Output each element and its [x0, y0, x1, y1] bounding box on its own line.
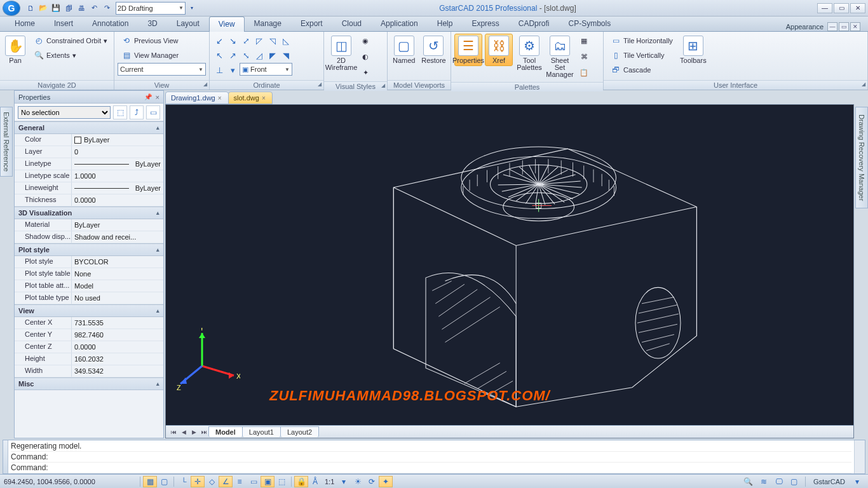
doc-tab-close-icon[interactable]: ×	[218, 95, 222, 102]
ord-icon[interactable]: ◹	[266, 34, 279, 48]
props-row[interactable]: ColorByLayer	[15, 134, 163, 146]
previous-view-button[interactable]: ⟲Previous View	[118, 34, 206, 48]
doc-tab-slot[interactable]: slot.dwg×	[228, 92, 273, 104]
toolbars-button[interactable]: ⊞Toolbars	[679, 34, 707, 66]
props-row[interactable]: LinetypeByLayer	[15, 158, 163, 170]
new-icon[interactable]: 🗋	[25, 3, 36, 14]
tab-manage[interactable]: Manage	[245, 16, 291, 31]
cmd-input-line[interactable]: Command:	[11, 463, 851, 473]
qat-more-icon[interactable]: ▾	[186, 3, 198, 14]
layout-tab-model[interactable]: Model	[208, 426, 243, 437]
drawing-area[interactable]: X Y Z ZULFIMUHAMMAD98.BLOGSPOT.COM/ ⏮ ◀ …	[165, 104, 854, 438]
2d-wireframe-button[interactable]: ◫2D Wireframe	[327, 34, 355, 73]
xref-palette-button[interactable]: ⛓Xref	[485, 34, 513, 66]
dyn-toggle[interactable]: ▭	[247, 476, 261, 487]
pin-icon[interactable]: 📌	[144, 93, 152, 100]
save-icon[interactable]: 💾	[50, 3, 62, 14]
polar-toggle[interactable]: ✛	[191, 476, 205, 487]
annoscale-lock-icon[interactable]: 🔒	[294, 476, 308, 487]
palette-icon-3[interactable]: 📋	[576, 65, 592, 79]
open-icon[interactable]: 📂	[37, 3, 49, 14]
annoscale-icon[interactable]: Å	[308, 476, 322, 487]
props-row[interactable]: Linetype scale1.0000	[15, 170, 163, 182]
ord-icon[interactable]: ↘	[226, 34, 239, 48]
named-viewport-button[interactable]: ▢Named	[391, 34, 417, 66]
magnifier-icon[interactable]: 🔍	[742, 476, 756, 487]
constrained-orbit-button[interactable]: ◴Constrained Orbit ▾	[30, 34, 111, 48]
snap-toggle[interactable]: ▦	[143, 476, 157, 487]
tab-cadprofi[interactable]: CADprofi	[509, 16, 559, 31]
props-row[interactable]: LineweightByLayer	[15, 182, 163, 194]
app-logo[interactable]: G	[3, 1, 20, 16]
props-row[interactable]: Center X731.5535	[15, 317, 163, 329]
doc-tab-close-icon[interactable]: ×	[262, 95, 266, 102]
props-row[interactable]: Layer0	[15, 146, 163, 158]
doc-close-icon[interactable]: ✕	[850, 22, 860, 31]
tile-vertically-button[interactable]: ▯Tile Vertically	[607, 48, 677, 62]
props-row[interactable]: Shadow disp...Shadow and recei...	[15, 231, 163, 243]
tab-insert[interactable]: Insert	[44, 16, 83, 31]
tile-horizontally-button[interactable]: ▭Tile Horizontally	[607, 34, 677, 48]
props-row[interactable]: Width349.5342	[15, 365, 163, 377]
tab-express[interactable]: Express	[462, 16, 508, 31]
tab-cloud[interactable]: Cloud	[332, 16, 371, 31]
ord-icon[interactable]: ⤡	[240, 48, 252, 62]
cmd-grip-icon[interactable]	[3, 440, 8, 473]
ord-icon[interactable]: ⊥	[213, 63, 226, 77]
tab-layout[interactable]: Layout	[167, 16, 209, 31]
status-misc-icon[interactable]: ✦	[379, 476, 393, 487]
cmd-scrollbar[interactable]	[854, 440, 865, 473]
layout-tab-1[interactable]: Layout1	[242, 426, 281, 437]
layout-next-icon[interactable]: ▶	[189, 427, 199, 437]
layout-first-icon[interactable]: ⏮	[168, 427, 179, 437]
props-row[interactable]: Plot table att...Model	[15, 280, 163, 292]
props-section-header[interactable]: 3D Visualization▴	[15, 207, 163, 219]
model-toggle[interactable]: ▣	[261, 476, 275, 487]
ordinate-front-dropdown[interactable]: ▣Front▼	[240, 63, 292, 76]
extents-button[interactable]: 🔍Extents ▾	[30, 48, 111, 62]
doc-restore-icon[interactable]: ▭	[839, 22, 849, 31]
ord-icon[interactable]: ◥	[280, 48, 292, 62]
props-row[interactable]: MaterialByLayer	[15, 219, 163, 231]
clean-icon[interactable]: ▢	[787, 476, 801, 487]
props-row[interactable]: Thickness0.0000	[15, 194, 163, 207]
tab-3d[interactable]: 3D	[138, 16, 166, 31]
workspace-dropdown[interactable]: 2D Drafting▼	[116, 2, 186, 15]
view-manager-button[interactable]: ▤View Manager	[118, 48, 206, 62]
view-current-dropdown[interactable]: Current▼	[118, 63, 206, 76]
props-row[interactable]: Plot table typeNo used	[15, 292, 163, 304]
props-section-header[interactable]: General▴	[15, 121, 163, 134]
minimize-icon[interactable]: —	[817, 3, 832, 13]
undo-icon[interactable]: ↶	[88, 3, 100, 14]
palette-icon-2[interactable]: ⌘	[576, 50, 592, 64]
osnap-toggle[interactable]: ◇	[205, 476, 219, 487]
panel-close-icon[interactable]: ×	[156, 93, 159, 101]
annovis-icon[interactable]: ☀	[351, 476, 365, 487]
ord-icon[interactable]: ↖	[213, 48, 226, 62]
scale-readout[interactable]: 1:1	[322, 478, 337, 485]
tab-cpsymbols[interactable]: CP-Symbols	[559, 16, 620, 31]
redo-icon[interactable]: ↷	[101, 3, 112, 14]
doc-tab-drawing1[interactable]: Drawing1.dwg×	[165, 92, 229, 104]
saveall-icon[interactable]: 🗐	[63, 3, 74, 14]
props-row[interactable]: Center Y982.7460	[15, 329, 163, 341]
props-section-header[interactable]: View▴	[15, 304, 163, 317]
props-row[interactable]: Plot styleBYCOLOR	[15, 256, 163, 268]
layout-last-icon[interactable]: ⏭	[199, 427, 209, 437]
doc-minimize-icon[interactable]: —	[827, 22, 837, 31]
ord-icon[interactable]: ◿	[253, 48, 266, 62]
quickselect-icon[interactable]: ⬚	[113, 105, 127, 119]
props-row[interactable]: Center Z0.0000	[15, 341, 163, 353]
restore-viewport-button[interactable]: ↺Restore	[419, 34, 447, 66]
monitor-icon[interactable]: 🖵	[772, 476, 786, 487]
props-section-header[interactable]: Plot style▴	[15, 243, 163, 256]
scale-dd-icon[interactable]: ▾	[337, 476, 351, 487]
vs-icon-3[interactable]: ✦	[358, 65, 373, 79]
tab-view[interactable]: View	[209, 17, 245, 32]
tab-application[interactable]: Application	[371, 16, 428, 31]
close-icon[interactable]: ✕	[850, 3, 865, 13]
ord-icon[interactable]: ↙	[213, 34, 226, 48]
ord-icon[interactable]: ◺	[280, 34, 292, 48]
ord-icon[interactable]: ◤	[266, 48, 279, 62]
selection-dropdown[interactable]: No selection	[18, 106, 111, 119]
